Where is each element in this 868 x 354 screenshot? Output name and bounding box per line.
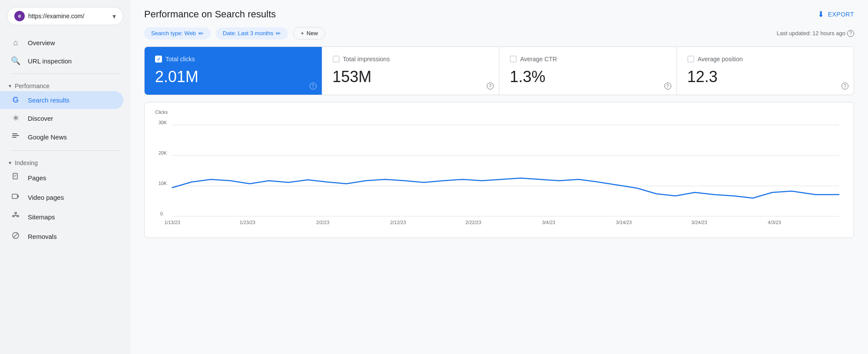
metric-help-average-ctr-icon[interactable]: ? <box>664 83 671 89</box>
svg-line-14 <box>13 233 18 238</box>
google-g-icon: G <box>10 96 21 105</box>
svg-text:1/23/23: 1/23/23 <box>240 220 255 225</box>
chart-y-label: Clicks <box>155 109 843 115</box>
export-label: EXPORT <box>828 11 854 18</box>
metric-card-total-impressions[interactable]: Total impressions 153M ? <box>322 47 500 95</box>
nav-divider-2 <box>10 150 120 151</box>
svg-text:2/12/23: 2/12/23 <box>390 220 406 225</box>
sidebar-item-url-inspection[interactable]: 🔍 URL inspection <box>0 52 123 70</box>
indexing-section-label: Indexing <box>15 159 38 166</box>
performance-section-header[interactable]: ▾ Performance <box>0 77 130 91</box>
search-icon: 🔍 <box>10 56 21 66</box>
svg-text:3/14/23: 3/14/23 <box>616 220 632 225</box>
date-filter[interactable]: Date: Last 3 months ✏ <box>216 27 288 40</box>
svg-text:1/13/23: 1/13/23 <box>164 220 180 225</box>
last-updated: Last updated: 12 hours ago ? <box>777 30 854 37</box>
sidebar-item-google-news-label: Google News <box>28 133 67 141</box>
svg-text:4/3/23: 4/3/23 <box>768 220 781 225</box>
sidebar-item-search-results-label: Search results <box>28 96 69 104</box>
sidebar-item-pages-label: Pages <box>28 174 46 182</box>
edit-search-type-icon: ✏ <box>198 30 204 37</box>
svg-rect-5 <box>14 176 16 177</box>
page-title: Performance on Search results <box>144 9 276 20</box>
sidebar-item-search-results[interactable]: G Search results <box>0 91 123 109</box>
metric-card-average-ctr[interactable]: Average CTR 1.3% ? <box>499 47 677 95</box>
chart-container: Clicks 30K 20K 10K 0 1/13/23 1/23/23 <box>144 102 854 238</box>
metric-label-total-impressions: Total impressions <box>343 56 390 63</box>
video-pages-icon <box>10 192 21 203</box>
svg-text:3/4/23: 3/4/23 <box>542 220 555 225</box>
metrics-row: Total clicks 2.01M ? Total impressions 1… <box>144 46 854 95</box>
sidebar: e https://examine.com/ ▾ ⌂ Overview 🔍 UR… <box>0 0 130 354</box>
metric-help-total-clicks-icon[interactable]: ? <box>310 83 317 89</box>
metric-card-total-clicks[interactable]: Total clicks 2.01M ? <box>145 47 322 95</box>
site-selector[interactable]: e https://examine.com/ ▾ <box>7 7 123 25</box>
metric-checkbox-average-ctr <box>510 56 517 63</box>
home-icon: ⌂ <box>10 38 21 47</box>
svg-text:20K: 20K <box>158 150 167 155</box>
metric-checkbox-total-impressions <box>333 56 340 63</box>
export-button[interactable]: ⬇ EXPORT <box>818 10 854 19</box>
performance-section-label: Performance <box>15 83 50 89</box>
metric-help-average-position-icon[interactable]: ? <box>842 83 848 89</box>
svg-rect-6 <box>12 194 17 199</box>
google-news-icon <box>10 132 21 142</box>
pages-icon <box>10 172 21 183</box>
main-content: Performance on Search results ⬇ EXPORT S… <box>130 0 868 354</box>
discover-icon: ✳ <box>10 113 21 123</box>
date-label: Date: Last 3 months <box>223 30 273 36</box>
metric-value-average-position: 12.3 <box>687 68 844 86</box>
sidebar-item-discover-label: Discover <box>28 115 53 122</box>
svg-rect-0 <box>12 133 17 134</box>
svg-text:2/2/23: 2/2/23 <box>316 220 329 225</box>
site-avatar: e <box>14 11 25 21</box>
metric-value-average-ctr: 1.3% <box>510 68 666 86</box>
site-dropdown-icon: ▾ <box>112 12 116 20</box>
removals-icon <box>10 231 21 242</box>
main-header: Performance on Search results ⬇ EXPORT <box>130 0 868 27</box>
nav-divider-1 <box>10 73 120 74</box>
sidebar-item-url-inspection-label: URL inspection <box>28 57 72 65</box>
sidebar-item-pages[interactable]: Pages <box>0 168 123 188</box>
edit-date-icon: ✏ <box>276 30 281 37</box>
sidebar-item-google-news[interactable]: Google News <box>0 127 123 147</box>
export-icon: ⬇ <box>818 10 825 19</box>
metric-value-total-clicks: 2.01M <box>155 68 311 86</box>
svg-rect-3 <box>13 173 17 179</box>
chart-svg-wrapper: 30K 20K 10K 0 1/13/23 1/23/23 2/2/23 2/1… <box>155 116 843 231</box>
sidebar-item-sitemaps[interactable]: Sitemaps <box>0 207 123 227</box>
svg-text:30K: 30K <box>158 120 167 125</box>
filters-row: Search type: Web ✏ Date: Last 3 months ✏… <box>130 27 868 46</box>
chart-svg: 30K 20K 10K 0 1/13/23 1/23/23 2/2/23 2/1… <box>155 116 843 229</box>
search-type-label: Search type: Web <box>151 30 196 36</box>
search-type-filter[interactable]: Search type: Web ✏ <box>144 27 211 40</box>
metric-help-total-impressions-icon[interactable]: ? <box>487 83 494 89</box>
svg-rect-1 <box>12 135 19 136</box>
sitemaps-icon <box>10 212 21 222</box>
svg-rect-8 <box>15 212 17 214</box>
last-updated-text: Last updated: 12 hours ago <box>777 30 845 36</box>
indexing-section-header[interactable]: ▾ Indexing <box>0 154 130 168</box>
svg-text:2/22/23: 2/22/23 <box>465 220 481 225</box>
sidebar-item-video-pages[interactable]: Video pages <box>0 188 123 207</box>
metric-label-average-position: Average position <box>698 56 743 63</box>
new-plus-icon: + <box>300 30 304 36</box>
svg-rect-4 <box>14 175 17 175</box>
metric-value-total-impressions: 153M <box>333 68 489 86</box>
new-label: New <box>307 30 318 36</box>
indexing-chevron-icon: ▾ <box>9 160 11 166</box>
chart-line <box>172 178 839 198</box>
last-updated-help-icon[interactable]: ? <box>847 30 854 37</box>
new-filter-button[interactable]: + New <box>293 27 325 40</box>
sidebar-item-removals-label: Removals <box>28 233 57 240</box>
metric-card-average-position[interactable]: Average position 12.3 ? <box>677 47 854 95</box>
metric-label-total-clicks: Total clicks <box>165 56 195 63</box>
sidebar-item-video-pages-label: Video pages <box>28 194 64 201</box>
svg-rect-2 <box>12 137 17 138</box>
sidebar-item-overview[interactable]: ⌂ Overview <box>0 34 123 52</box>
svg-text:0: 0 <box>160 211 163 216</box>
sidebar-item-removals[interactable]: Removals <box>0 227 123 246</box>
sidebar-item-discover[interactable]: ✳ Discover <box>0 109 123 127</box>
svg-text:3/24/23: 3/24/23 <box>691 220 707 225</box>
svg-text:10K: 10K <box>158 181 167 186</box>
